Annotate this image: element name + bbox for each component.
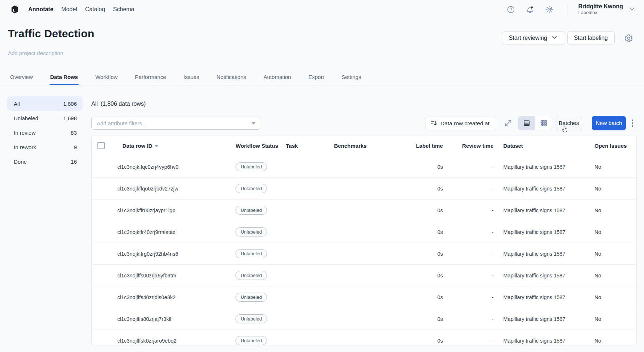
label-time-cell: 0s [405, 251, 445, 257]
workflow-status-cell: Unlabeled [233, 162, 283, 171]
dataset-cell: Mapillary traffic signs 1587 [495, 229, 595, 235]
nav-item-annotate[interactable]: Annotate [28, 6, 53, 13]
sort-lines-down-icon [430, 120, 437, 127]
grid-view-icon [540, 119, 548, 127]
sidebar-filter-all[interactable]: All 1,806 [7, 96, 83, 111]
workflow-status-cell: Unlabeled [233, 336, 283, 345]
heading-filter: All [91, 101, 98, 107]
status-badge: Unlabeled [235, 162, 267, 171]
batches-button[interactable]: Batches [556, 116, 582, 130]
table-row[interactable]: cl1c3nojkffr40zrj9rmietax Unlabeled 0s -… [92, 221, 636, 243]
project-description-placeholder[interactable]: Add project description [8, 50, 63, 56]
heading-count: (1,806 data rows) [101, 101, 146, 107]
status-badge: Unlabeled [235, 293, 267, 302]
new-batch-button[interactable]: New batch [592, 116, 626, 130]
table-row[interactable]: cl1c3nojkffr00zrjaypr1igp Unlabeled 0s -… [92, 200, 636, 221]
sort-by-button[interactable]: Data row created at [426, 117, 496, 130]
sidebar-filter-in-review[interactable]: In review 83 [7, 125, 83, 140]
column-header-benchmarks: Benchmarks [327, 143, 405, 149]
open-issues-cell: No [594, 229, 636, 235]
sidebar-filter-in-rework[interactable]: In rework 9 [7, 140, 83, 154]
open-issues-cell: No [594, 251, 636, 257]
label-time-cell: 0s [405, 186, 445, 192]
table-row[interactable]: cl1c3nojlffs40zrjdis0e3k2 Unlabeled 0s -… [92, 286, 636, 308]
sidebar-filter-unlabeled[interactable]: Unlabeled 1,698 [7, 111, 83, 125]
filter-count: 9 [74, 144, 77, 150]
column-label: Data row ID [122, 143, 152, 149]
filter-label: In rework [14, 144, 36, 150]
filter-label: Unlabeled [14, 115, 38, 121]
table-row[interactable]: cl1c3nojlffs00zrja6yfb9tm Unlabeled 0s -… [92, 265, 636, 286]
labelbox-logo-icon[interactable] [11, 5, 19, 14]
view-toggle [518, 116, 552, 130]
status-badge: Unlabeled [235, 314, 267, 323]
workflow-status-cell: Unlabeled [233, 293, 283, 302]
column-header-open-issues: Open Issues [594, 143, 636, 149]
label-time-cell: 0s [405, 229, 445, 235]
workflow-status-cell: Unlabeled [233, 314, 283, 323]
column-header-dataset: Dataset [495, 143, 595, 149]
column-header-workflow-status: Workflow Status [233, 143, 284, 149]
list-view-icon [523, 119, 531, 127]
data-row-id[interactable]: cl1c3nojkffrg0zrj92hb4ns6 [113, 251, 233, 257]
data-row-id[interactable]: cl1c3nojkffr40zrj9rmietax [113, 229, 233, 235]
label-time-cell: 0s [405, 316, 445, 322]
status-badge: Unlabeled [235, 227, 267, 236]
dataset-cell: Mapillary traffic signs 1587 [495, 338, 595, 344]
open-issues-cell: No [594, 164, 636, 170]
triangle-down-icon [155, 145, 158, 147]
workflow-status-cell: Unlabeled [233, 249, 283, 258]
select-all-checkbox[interactable] [97, 142, 105, 149]
data-row-id[interactable]: cl1c3nojlffs80zrjaj7r3kll [113, 316, 233, 322]
table-row[interactable]: cl1c3nojkffqo0zrjbdv27zjw Unlabeled 0s -… [92, 178, 636, 200]
workflow-status-cell: Unlabeled [233, 227, 283, 236]
column-header-data-row-id[interactable]: Data row ID [113, 143, 233, 149]
table-row[interactable]: cl1c3nojlffsk0zrjaro9ebq2 Unlabeled 0s -… [92, 330, 636, 345]
review-time-cell: - [445, 164, 495, 170]
filter-count: 83 [71, 130, 77, 136]
review-time-cell: - [445, 294, 495, 300]
open-issues-cell: No [594, 273, 636, 278]
dataset-cell: Mapillary traffic signs 1587 [495, 316, 595, 322]
table-row[interactable]: cl1c3nojkffrg0zrj92hb4ns6 Unlabeled 0s -… [92, 243, 636, 265]
nav-item-model[interactable]: Model [61, 6, 77, 13]
workflow-status-cell: Unlabeled [233, 206, 283, 215]
page-title: Traffic Detection [8, 28, 94, 40]
dataset-cell: Mapillary traffic signs 1587 [495, 208, 595, 213]
tab-overview[interactable]: Overview [10, 72, 33, 85]
attribute-filters-input[interactable] [91, 117, 260, 130]
review-time-cell: - [445, 338, 495, 344]
table-row[interactable]: cl1c3nojkffqc0zrj4vyp6hv0 Unlabeled 0s -… [92, 156, 636, 178]
list-view-toggle[interactable] [518, 116, 535, 130]
sort-by-label: Data row created at [440, 120, 489, 127]
data-row-id[interactable]: cl1c3nojkffqc0zrj4vyp6hv0 [113, 164, 233, 170]
review-time-cell: - [445, 316, 495, 322]
tab-data-rows[interactable]: Data Rows [50, 72, 78, 85]
review-time-cell: - [445, 251, 495, 257]
table-header-row: Data row ID Workflow Status Task Benchma… [92, 135, 636, 156]
label-time-cell: 0s [405, 273, 445, 278]
data-row-id[interactable]: cl1c3nojkffr00zrjaypr1igp [113, 208, 233, 213]
dataset-cell: Mapillary traffic signs 1587 [495, 294, 595, 300]
data-row-id[interactable]: cl1c3nojlffsk0zrjaro9ebq2 [113, 338, 233, 344]
table-body: cl1c3nojkffqc0zrj4vyp6hv0 Unlabeled 0s -… [92, 156, 636, 345]
status-badge: Unlabeled [235, 336, 267, 345]
open-issues-cell: No [594, 316, 636, 322]
data-row-id[interactable]: cl1c3nojkffqo0zrjbdv27zjw [113, 186, 233, 192]
grid-view-toggle[interactable] [535, 116, 552, 130]
overflow-menu-icon[interactable] [631, 119, 634, 127]
filter-label: Done [14, 159, 27, 165]
data-row-id[interactable]: cl1c3nojlffs40zrjdis0e3k2 [113, 294, 233, 300]
label-time-cell: 0s [405, 338, 445, 344]
sidebar-filter-done[interactable]: Done 16 [7, 154, 83, 169]
filter-label: All [14, 101, 20, 107]
data-row-id[interactable]: cl1c3nojlffs00zrja6yfb9tm [113, 273, 233, 278]
filter-label: In review [14, 130, 35, 136]
review-time-cell: - [445, 229, 495, 235]
filter-count: 1,698 [63, 115, 77, 121]
table-row[interactable]: cl1c3nojlffs80zrjaj7r3kll Unlabeled 0s -… [92, 308, 636, 330]
label-time-cell: 0s [405, 164, 445, 170]
workflow-status-cell: Unlabeled [233, 271, 283, 280]
status-badge: Unlabeled [235, 271, 267, 280]
expand-diagonal-icon[interactable] [504, 119, 513, 127]
